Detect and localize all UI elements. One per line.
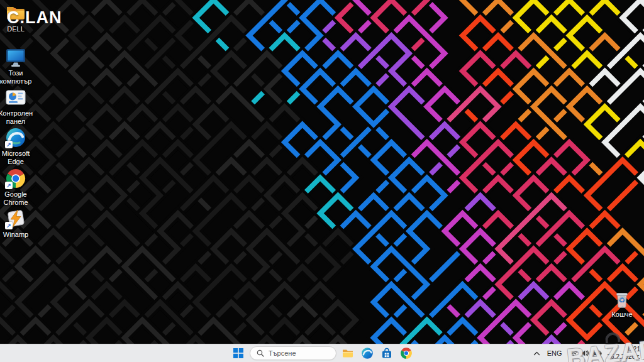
desktop-icon-winamp[interactable]: ↗ Winamp — [0, 208, 38, 239]
icon-label: Контролен панел — [0, 109, 38, 126]
language-indicator[interactable]: ENG — [546, 349, 564, 357]
recycle-bin-icon: ♻ — [611, 288, 633, 309]
file-explorer-icon — [341, 347, 354, 359]
tray-overflow-button[interactable] — [533, 351, 540, 356]
start-button[interactable] — [230, 346, 247, 361]
shortcut-arrow-icon: ↗ — [5, 182, 13, 189]
wallpaper-maze-pattern — [0, 0, 644, 362]
winamp-icon: ↗ — [5, 208, 26, 229]
watermark-clan: C.LAN — [7, 8, 62, 28]
icon-label: Този компютър — [0, 69, 38, 85]
edge-icon: ↗ — [5, 127, 26, 148]
icon-label: Winamp — [3, 231, 28, 239]
windows-logo-icon — [233, 348, 243, 358]
icon-label: Кошче — [611, 310, 632, 319]
taskbar-edge-button[interactable] — [359, 346, 375, 361]
edge-icon — [361, 347, 374, 359]
desktop-icon-this-pc[interactable]: Този компютър — [0, 47, 38, 85]
search-placeholder: Търсене — [269, 349, 296, 357]
desktop-icon-control-panel[interactable]: Контролен панел — [0, 87, 38, 126]
taskbar: Търсене — [0, 344, 644, 362]
monitor-icon — [5, 47, 26, 68]
shortcut-arrow-icon: ↗ — [5, 141, 13, 148]
desktop-icon-edge[interactable]: ↗ Microsoft Edge — [0, 127, 38, 166]
chevron-up-icon — [533, 351, 540, 356]
microsoft-store-icon — [380, 347, 393, 359]
search-icon — [257, 349, 264, 357]
desktop-icon-chrome[interactable]: ↗ Google Chrome — [0, 168, 38, 207]
taskbar-chrome-button[interactable] — [398, 346, 414, 361]
shortcut-arrow-icon: ↗ — [5, 222, 13, 229]
chrome-icon — [400, 347, 413, 359]
taskbar-store-button[interactable] — [379, 346, 395, 361]
desktop-icon-recycle-bin[interactable]: ♻ Кошче — [599, 288, 644, 319]
icon-label: Microsoft Edge — [0, 150, 38, 166]
svg-text:♻: ♻ — [619, 296, 626, 305]
icon-label: Google Chrome — [0, 190, 38, 207]
taskbar-file-explorer-button[interactable] — [340, 346, 356, 361]
search-input[interactable]: Търсене — [250, 346, 336, 360]
taskbar-center: Търсене — [230, 344, 414, 362]
chrome-icon: ↗ — [5, 168, 26, 189]
control-panel-icon — [5, 87, 26, 108]
windows-desktop: { "desktop": { "watermark_top": "C.LAN",… — [0, 0, 644, 362]
